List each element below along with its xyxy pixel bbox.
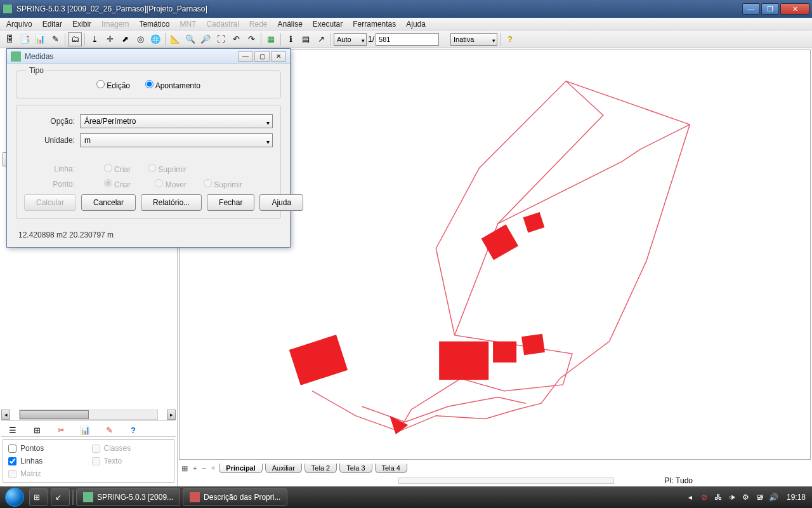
taskbar-app-2[interactable]: Descrição das Propri... (183, 488, 287, 506)
svg-rect-4 (481, 224, 518, 260)
menu-ferramentas[interactable]: Ferramentas (348, 18, 401, 30)
start-button[interactable] (3, 486, 27, 508)
cursor-icon[interactable]: ↗ (314, 32, 328, 46)
menu-imagem[interactable]: Imagem (96, 18, 134, 30)
style-icon[interactable]: ✂ (55, 424, 67, 436)
pencil-icon[interactable]: ✎ (103, 424, 115, 436)
tab-control-icon[interactable]: ▦ (180, 464, 189, 472)
tab-control-icon[interactable]: = (210, 464, 216, 472)
db-icon[interactable]: 🗄 (3, 32, 16, 46)
tray-icon[interactable]: ◂ (685, 492, 695, 502)
target-icon[interactable]: ◎ (133, 32, 147, 46)
btn-relatorio[interactable]: Relatório... (141, 194, 202, 211)
scrollbar-bottom[interactable] (398, 478, 614, 484)
tab-control-icon[interactable]: + (192, 464, 198, 472)
tab-tela 3[interactable]: Tela 3 (339, 464, 372, 473)
table-icon[interactable]: ⊞ (30, 424, 43, 436)
menu-análise[interactable]: Análise (273, 18, 308, 30)
menu-temático[interactable]: Temático (134, 18, 174, 30)
dialog-minimize[interactable]: — (238, 51, 253, 62)
minimize-button[interactable]: — (742, 3, 760, 15)
window-title: SPRING-5.0.3 [2009_02_26_Parnaso][Projet… (16, 4, 742, 13)
zoom-icon[interactable]: ⤓ (88, 32, 102, 46)
scroll-right[interactable]: ▸ (167, 410, 176, 420)
tab-auxiliar[interactable]: Auxiliar (265, 464, 302, 473)
paint-icon[interactable]: ▦ (264, 32, 278, 46)
quicklaunch[interactable]: ⊞ (29, 488, 48, 506)
scale-mode-select[interactable]: Auto (334, 33, 367, 46)
status-pi: PI: Tudo (664, 476, 693, 485)
help-icon[interactable]: ? (503, 32, 517, 46)
close-button[interactable]: ✕ (780, 3, 809, 15)
dialog-maximize[interactable]: ▢ (254, 51, 270, 62)
maximize-button[interactable]: ❐ (761, 3, 779, 15)
svg-rect-3 (521, 334, 545, 356)
check-pontos[interactable]: Pontos (8, 444, 86, 453)
svg-rect-0 (289, 335, 348, 385)
check-linhas[interactable]: Linhas (8, 457, 86, 465)
select-opcao[interactable]: Área/Perímetro (80, 114, 273, 128)
scale-prefix: 1/ (368, 35, 374, 44)
dialog-close[interactable]: ✕ (271, 51, 286, 62)
taskbar-app-1[interactable]: SPRING-5.0.3 [2009... (76, 488, 180, 506)
select-unidade[interactable]: m (80, 133, 273, 147)
tab-principal[interactable]: Principal (219, 464, 262, 473)
model-icon[interactable]: 📊 (33, 32, 47, 46)
btn-calcular[interactable]: Calcular (24, 194, 76, 211)
svg-rect-1 (439, 342, 488, 380)
grid-icon[interactable]: ▤ (299, 32, 313, 46)
check-matriz[interactable]: Matriz (8, 469, 86, 478)
dialog-icon (11, 51, 21, 62)
quicklaunch2[interactable]: ↙ (51, 488, 70, 506)
tab-control-icon[interactable]: − (200, 464, 207, 472)
btn-ajuda[interactable]: Ajuda (259, 194, 303, 211)
menu-executar[interactable]: Executar (308, 18, 348, 30)
tray-misc-icon[interactable]: ⚙ (741, 492, 751, 502)
menu-ajuda[interactable]: Ajuda (401, 18, 431, 30)
menu-rede[interactable]: Rede (244, 18, 273, 30)
project-icon[interactable]: 📑 (18, 32, 32, 46)
radio-edicao[interactable]: Edição (96, 80, 130, 90)
layers-icon[interactable]: 🗂 (68, 32, 82, 46)
list-icon[interactable]: ☰ (6, 424, 19, 436)
tray-shield-icon[interactable]: ⊘ (699, 492, 709, 502)
cross-icon[interactable]: ✛ (103, 32, 117, 46)
menu-cadastral[interactable]: Cadastral (201, 18, 244, 30)
scale-input[interactable] (376, 33, 439, 46)
clock[interactable]: 19:18 (783, 493, 809, 502)
tray-batt-icon[interactable]: 🖳 (755, 492, 765, 502)
back-icon[interactable]: ↶ (229, 32, 243, 46)
info-icon[interactable]: ℹ (284, 32, 298, 46)
check-classes[interactable]: Classes (92, 444, 169, 453)
tray-vol-icon[interactable]: 🕩 (727, 492, 737, 502)
scroll-left[interactable]: ◂ (1, 410, 10, 420)
btn-fechar[interactable]: Fechar (207, 194, 254, 211)
menu-exibir[interactable]: Exibir (67, 18, 96, 30)
layer-state-select[interactable]: Inativa (450, 33, 497, 46)
tab-tela 4[interactable]: Tela 4 (375, 464, 407, 473)
zoomout-icon[interactable]: 🔎 (199, 32, 213, 46)
magnify-icon[interactable]: 🔍 (183, 32, 197, 46)
check-texto[interactable]: Texto (92, 457, 169, 465)
menu-mnt[interactable]: MNT (174, 18, 201, 30)
edit-icon[interactable]: ✎ (48, 32, 62, 46)
btn-cancelar[interactable]: Cancelar (81, 194, 136, 211)
help2-icon[interactable]: ? (127, 424, 140, 436)
tray-net-icon[interactable]: 🖧 (713, 492, 723, 502)
tray-sound-icon[interactable]: 🔊 (769, 492, 779, 502)
fit-icon[interactable]: ⛶ (214, 32, 228, 46)
label-linha: Linha: (24, 164, 75, 173)
chart-icon[interactable]: 📊 (79, 424, 91, 436)
refresh-icon[interactable]: 🌐 (148, 32, 162, 46)
linha-criar: Criar (80, 164, 131, 174)
measure-icon[interactable]: 📐 (168, 32, 182, 46)
menu-arquivo[interactable]: Arquivo (1, 18, 37, 30)
arrow-icon[interactable]: ⬈ (118, 32, 132, 46)
display-options: Pontos Classes Linhas Texto Matriz (3, 439, 174, 483)
forward-icon[interactable]: ↷ (244, 32, 258, 46)
tab-tela 2[interactable]: Tela 2 (304, 464, 337, 473)
radio-apontamento[interactable]: Apontamento (145, 80, 200, 90)
scroll-track[interactable] (19, 410, 158, 420)
scroll-thumb[interactable] (20, 410, 89, 419)
menu-editar[interactable]: Editar (37, 18, 67, 30)
